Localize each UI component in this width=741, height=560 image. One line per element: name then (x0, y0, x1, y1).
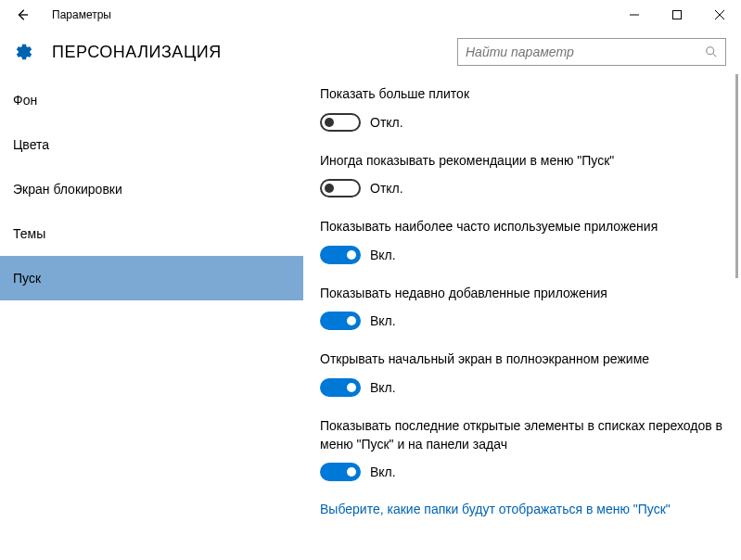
svg-point-4 (707, 47, 714, 55)
setting-label: Показывать недавно добавленные приложени… (320, 285, 722, 303)
toggle-row: Откл. (320, 113, 722, 132)
setting-jumplist: Показывать последние открытые элементы в… (320, 417, 722, 481)
toggle-knob (347, 467, 356, 477)
toggle-knob (325, 184, 334, 193)
close-icon (715, 10, 724, 19)
toggle-row: Вкл. (320, 312, 722, 330)
setting-more-tiles: Показать больше плиток Откл. (320, 85, 722, 132)
search-icon (705, 45, 718, 58)
sidebar-item-label: Пуск (13, 271, 41, 286)
toggle-row: Откл. (320, 179, 722, 197)
header: ПЕРСОНАЛИЗАЦИЯ (0, 30, 741, 74)
content: Показать больше плиток Откл. Иногда пока… (303, 74, 741, 560)
arrow-left-icon (16, 8, 29, 21)
sidebar: Фон Цвета Экран блокировки Темы Пуск (0, 74, 303, 560)
maximize-button[interactable] (656, 0, 698, 30)
toggle-knob (347, 383, 356, 392)
toggle-knob (325, 118, 334, 127)
window-controls (613, 0, 741, 30)
sidebar-item-label: Фон (13, 93, 37, 108)
sidebar-item-lockscreen[interactable]: Экран блокировки (0, 167, 303, 211)
scrollbar[interactable] (728, 74, 741, 560)
toggle-switch[interactable] (320, 113, 361, 132)
toggle-state-label: Откл. (370, 115, 403, 130)
back-button[interactable] (7, 0, 37, 30)
sidebar-item-colors[interactable]: Цвета (0, 122, 303, 167)
window-title: Параметры (52, 8, 111, 21)
toggle-state-label: Откл. (370, 181, 403, 196)
body: Фон Цвета Экран блокировки Темы Пуск Пок… (0, 74, 741, 560)
setting-label: Иногда показывать рекомендации в меню "П… (320, 152, 722, 171)
sidebar-item-start[interactable]: Пуск (0, 256, 303, 300)
maximize-icon (672, 10, 682, 19)
search-box[interactable] (457, 38, 726, 66)
close-button[interactable] (698, 0, 741, 30)
setting-label: Показывать последние открытые элементы в… (320, 417, 722, 453)
toggle-state-label: Вкл. (370, 248, 396, 262)
minimize-icon (630, 10, 639, 19)
toggle-switch[interactable] (320, 312, 361, 330)
sidebar-item-themes[interactable]: Темы (0, 211, 303, 256)
toggle-knob (347, 316, 356, 325)
svg-rect-1 (673, 11, 682, 19)
setting-most-used: Показывать наиболее часто используемые п… (320, 218, 722, 264)
titlebar: Параметры (0, 0, 741, 30)
toggle-state-label: Вкл. (370, 380, 396, 395)
gear-icon (15, 43, 33, 61)
sidebar-item-label: Экран блокировки (13, 182, 122, 197)
sidebar-item-label: Цвета (13, 137, 49, 152)
page-title: ПЕРСОНАЛИЗАЦИЯ (52, 43, 222, 62)
setting-label: Открывать начальный экран в полноэкранно… (320, 350, 722, 369)
toggle-switch[interactable] (320, 463, 361, 481)
setting-label: Показать больше плиток (320, 85, 722, 104)
setting-fullscreen: Открывать начальный экран в полноэкранно… (320, 350, 722, 397)
toggle-row: Вкл. (320, 378, 722, 397)
scroll-thumb[interactable] (735, 74, 738, 278)
svg-line-5 (713, 54, 717, 57)
setting-suggestions: Иногда показывать рекомендации в меню "П… (320, 152, 722, 198)
search-input[interactable] (466, 45, 705, 59)
sidebar-item-background[interactable]: Фон (0, 78, 303, 122)
toggle-row: Вкл. (320, 246, 722, 264)
setting-label: Показывать наиболее часто используемые п… (320, 218, 722, 236)
toggle-switch[interactable] (320, 246, 361, 264)
toggle-state-label: Вкл. (370, 465, 396, 479)
toggle-row: Вкл. (320, 463, 722, 481)
sidebar-item-label: Темы (13, 226, 45, 241)
toggle-switch[interactable] (320, 378, 361, 397)
minimize-button[interactable] (613, 0, 656, 30)
choose-folders-link[interactable]: Выберите, какие папки будут отображаться… (320, 502, 722, 516)
setting-recently-added: Показывать недавно добавленные приложени… (320, 285, 722, 331)
toggle-state-label: Вкл. (370, 313, 396, 328)
toggle-switch[interactable] (320, 179, 361, 197)
toggle-knob (347, 250, 356, 260)
